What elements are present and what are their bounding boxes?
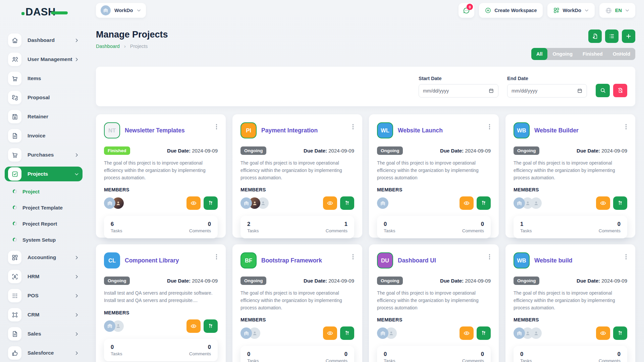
view-project-button[interactable] <box>323 196 337 210</box>
app-logo[interactable]: DASH <box>21 5 72 19</box>
clear-filter-button[interactable] <box>613 84 627 97</box>
page-header: Manage Projects Dashboard › Projects <box>96 29 635 60</box>
project-title-link[interactable]: Payment Integration <box>261 127 347 134</box>
member-avatar[interactable] <box>530 197 542 209</box>
member-avatar[interactable] <box>377 197 388 209</box>
view-project-button[interactable] <box>460 326 474 340</box>
add-project-button[interactable] <box>622 29 635 43</box>
filter-tab[interactable]: OnHold <box>608 48 635 60</box>
sidebar-item[interactable]: Retainer <box>5 109 83 124</box>
due-date: Due Date: 2024-09-09 <box>577 148 627 154</box>
language-label: EN <box>615 8 622 13</box>
sidebar-item-icon <box>8 91 21 104</box>
member-avatar[interactable] <box>377 327 388 339</box>
member-avatar[interactable] <box>530 327 542 339</box>
project-title-link[interactable]: Dashboard UI <box>398 257 484 264</box>
sidebar-item-icon <box>8 327 21 341</box>
export-button[interactable] <box>588 29 602 43</box>
project-card: WB Website build Ongoing Due Date: 2024-… <box>505 244 635 362</box>
kebab-menu-icon[interactable] <box>215 123 218 130</box>
create-workspace-button[interactable]: Create Workspace <box>479 3 542 18</box>
project-progress-button[interactable] <box>477 326 491 340</box>
member-avatar[interactable] <box>104 197 115 209</box>
sidebar-item[interactable]: Proposal <box>5 90 83 105</box>
project-title-link[interactable]: Website build <box>534 257 620 264</box>
view-project-button[interactable] <box>460 196 474 210</box>
comments-label: Comments <box>326 228 347 233</box>
kebab-menu-icon[interactable] <box>352 253 355 260</box>
list-view-button[interactable] <box>605 29 619 43</box>
project-progress-button[interactable] <box>613 326 627 340</box>
sidebar-item[interactable]: POS <box>5 288 83 303</box>
sidebar-item[interactable]: Projects <box>5 167 83 181</box>
project-progress-button[interactable] <box>340 326 354 340</box>
start-date-input[interactable]: mm/dd/yyyy <box>419 84 498 98</box>
create-workspace-label: Create Workspace <box>494 8 537 13</box>
kebab-menu-icon[interactable] <box>352 123 355 130</box>
status-badge: Ongoing <box>377 146 403 155</box>
project-avatar: WB <box>514 122 530 138</box>
sidebar-item[interactable]: CRM <box>5 307 83 322</box>
comments-label: Comments <box>599 358 621 362</box>
sidebar-item[interactable]: HRM <box>5 269 83 284</box>
sidebar-item[interactable]: Project Template <box>5 202 83 213</box>
filter-tab[interactable]: Finished <box>578 48 608 60</box>
view-project-button[interactable] <box>596 326 610 340</box>
tasks-count: 0 <box>384 351 395 357</box>
sidebar-item[interactable]: Items <box>5 71 83 86</box>
kebab-menu-icon[interactable] <box>625 123 628 130</box>
tasks-count: 0 <box>520 351 532 357</box>
member-avatar[interactable] <box>514 197 525 209</box>
project-title-link[interactable]: Website Launch <box>398 127 484 134</box>
tasks-label: Tasks <box>247 228 259 233</box>
messages-button[interactable]: 0 <box>459 3 474 18</box>
kebab-menu-icon[interactable] <box>488 123 491 130</box>
project-progress-button[interactable] <box>613 196 627 210</box>
sidebar-item-label: Purchases <box>28 152 74 158</box>
calendar-icon[interactable] <box>577 88 583 94</box>
workdo-menu-button[interactable]: WorkDo <box>547 3 595 18</box>
kebab-menu-icon[interactable] <box>488 253 491 260</box>
filter-tab[interactable]: Ongoing <box>547 48 578 60</box>
kebab-menu-icon[interactable] <box>625 253 628 260</box>
project-progress-button[interactable] <box>340 196 354 210</box>
sidebar-item[interactable]: Invoice <box>5 128 83 143</box>
comments-label: Comments <box>189 228 211 233</box>
project-title-link[interactable]: Component Library <box>125 257 211 264</box>
sidebar-item[interactable]: Dashboard <box>5 33 83 48</box>
kebab-menu-icon[interactable] <box>215 253 218 260</box>
project-avatar: PI <box>240 122 257 138</box>
view-project-button[interactable] <box>596 196 610 210</box>
member-avatar[interactable] <box>240 197 252 209</box>
sidebar-item-label: Proposal <box>28 95 74 101</box>
project-title-link[interactable]: Newsletter Templates <box>125 127 211 134</box>
view-project-button[interactable] <box>323 326 337 340</box>
sidebar-item[interactable]: Purchases <box>5 147 83 162</box>
sidebar-item[interactable]: Project Report <box>5 218 83 229</box>
sidebar-item-label: User Management <box>28 56 74 62</box>
chevron-right-icon <box>74 255 79 260</box>
filter-tab[interactable]: All <box>531 48 548 60</box>
sidebar-item[interactable]: Sales <box>5 326 83 341</box>
view-project-button[interactable] <box>186 196 201 210</box>
search-button[interactable] <box>596 84 610 97</box>
end-date-input[interactable]: mm/dd/yyyy <box>507 84 587 98</box>
view-project-button[interactable] <box>186 319 201 333</box>
sidebar-item[interactable]: User Management <box>5 52 83 67</box>
sidebar-item[interactable]: Salesforce <box>5 346 83 360</box>
sidebar-item[interactable]: System Setup <box>5 234 83 245</box>
sidebar-item[interactable]: Accounting <box>5 250 83 265</box>
language-selector[interactable]: EN <box>599 3 635 18</box>
member-avatar[interactable] <box>104 320 115 332</box>
project-title-link[interactable]: Bootstrap Framework <box>261 257 347 264</box>
project-progress-button[interactable] <box>204 196 218 210</box>
project-progress-button[interactable] <box>204 319 218 333</box>
member-avatar[interactable] <box>514 327 525 339</box>
breadcrumb-dashboard-link[interactable]: Dashboard <box>96 44 120 49</box>
project-title-link[interactable]: Website Builder <box>534 127 620 134</box>
workspace-selector[interactable]: WorkDo <box>96 3 146 18</box>
member-avatar[interactable] <box>240 327 252 339</box>
sidebar-item[interactable]: Project <box>5 186 83 197</box>
project-progress-button[interactable] <box>477 196 491 210</box>
calendar-icon[interactable] <box>488 88 494 94</box>
